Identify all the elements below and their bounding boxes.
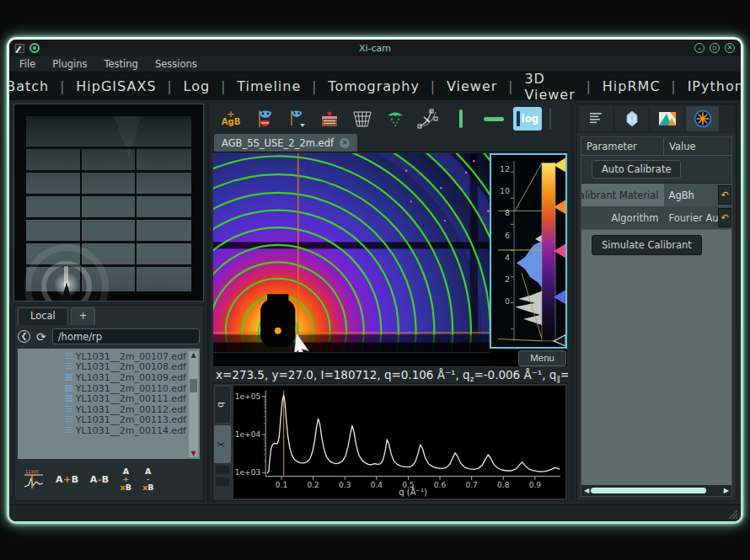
tab-image-settings[interactable] (651, 106, 683, 131)
resize-grip-icon[interactable] (726, 508, 738, 520)
mask-dropdown-button[interactable] (283, 106, 310, 131)
minimize-button[interactable]: ⌄ (694, 43, 704, 53)
file-list-scrollbar[interactable]: ▲ ▼ (189, 351, 198, 457)
horizontal-bar-icon (482, 114, 506, 124)
vector-overlay-button[interactable] (382, 106, 409, 131)
op-subtract-button[interactable]: A-B (90, 474, 110, 485)
list-item[interactable]: YL1031__2m_00108.edf (19, 362, 186, 373)
intensity-profile-plot[interactable]: 0.10.20.30.40.50.60.70.80.91e+031e+041e+… (233, 386, 565, 499)
table-row[interactable]: Calibrant Material AgBh ↶ (581, 184, 731, 206)
menu-sessions[interactable]: Sessions (155, 58, 197, 70)
tab-hipgisaxs[interactable]: HipGISAXS (76, 78, 156, 94)
mask-button[interactable] (250, 106, 277, 131)
tab-crystal[interactable] (615, 106, 648, 131)
back-icon[interactable]: ❮ (18, 330, 30, 343)
op-add-divide-button[interactable]: A + xB (121, 467, 131, 492)
histogram-colorbar[interactable]: 12 10 8 6 4 2 0 (490, 153, 567, 349)
scrollbar-thumb[interactable] (190, 379, 197, 392)
list-item[interactable]: YL1031__2m_00114.edf (19, 425, 186, 436)
reset-default-icon[interactable]: ↶ (718, 185, 731, 205)
cake-integration-button[interactable] (316, 106, 343, 131)
tab-separator: | (431, 79, 436, 94)
close-button[interactable]: ✕ (725, 43, 735, 53)
close-tab-icon[interactable]: ✕ (340, 138, 350, 148)
scroll-right-icon[interactable]: ▶ (724, 488, 729, 494)
tab-viewer[interactable]: Viewer (447, 78, 497, 94)
parameter-column-header: Parameter (581, 137, 664, 155)
colorbar-tick: 6 (491, 231, 510, 240)
list-item[interactable]: YL1031__2m_00112.edf (19, 404, 186, 415)
tab-stub[interactable] (216, 477, 229, 486)
tab-batch[interactable]: Batch (9, 78, 49, 94)
scroll-up-icon[interactable]: ▲ (190, 351, 196, 359)
list-item[interactable]: YL1031__2m_00107.edf (19, 351, 186, 362)
maximize-button[interactable]: ▫ (710, 43, 720, 53)
add-browser-tab-button[interactable]: + (71, 307, 96, 325)
list-item[interactable]: YL1031__2m_00109.edf (19, 372, 186, 383)
op-add-button[interactable]: A+B (56, 474, 79, 485)
calibrate-agb-button[interactable]: ✛ AgB (217, 106, 244, 131)
tab-log[interactable]: Log (184, 78, 211, 94)
arc-roi-button[interactable] (415, 106, 442, 131)
beamstop (260, 294, 295, 347)
colorbar-axis-labels: 12 10 8 6 4 2 0 (491, 155, 565, 347)
tab-tomography[interactable]: Tomography (328, 78, 420, 94)
list-item[interactable]: YL1031__2m_00110.edf (19, 383, 186, 394)
arc-roi-icon (417, 109, 439, 129)
table-row[interactable]: Algorithm Fourier Autoc ↶ (581, 206, 731, 229)
detector-preview-image (14, 104, 203, 301)
target-icon (29, 43, 40, 53)
timeline-plot-icon[interactable]: 12345 (23, 468, 45, 490)
list-item[interactable]: YL1031__2m_00111.edf (19, 393, 186, 404)
file-list[interactable]: YL1031__2m_00107.edf YL1031__2m_00108.ed… (18, 349, 200, 459)
file-icon (65, 406, 72, 413)
path-input[interactable] (52, 328, 200, 344)
parameter-table-hscrollbar[interactable]: ◀ ▶ (581, 485, 731, 496)
vertical-line-roi-button[interactable] (447, 106, 474, 131)
detector-preview[interactable] (13, 104, 204, 301)
refresh-icon[interactable]: ⟳ (36, 331, 46, 343)
image-bottom-strip (213, 352, 490, 366)
integration-plot-panel: q χ 0.10.20.30.40.50.60.70.80.91e+031e+0… (212, 383, 568, 501)
scroll-down-icon[interactable]: ▼ (190, 450, 196, 457)
simulate-calibrant-button[interactable]: Simulate Calibrant (592, 235, 702, 255)
right-panel-tabs (577, 104, 736, 133)
menu-file[interactable]: File (19, 58, 35, 70)
tab-local[interactable]: Local (18, 307, 68, 325)
scrollbar-thumb[interactable] (591, 488, 706, 493)
tab-chi-integration[interactable]: χ (214, 425, 231, 463)
op-subtract-divide-button[interactable]: A - xB (142, 467, 153, 492)
coordinate-status: x=273.5, y=27.0, I=180712, q=0.106 Å⁻¹, … (212, 367, 568, 383)
mask-icon (254, 109, 274, 129)
panel-splitter[interactable] (206, 104, 210, 501)
remesh-basket-button[interactable] (349, 106, 376, 131)
menu-plugins[interactable]: Plugins (52, 58, 87, 70)
tab-calibration[interactable] (686, 106, 719, 131)
titlebar[interactable]: Xi-cam ⌄ ▫ ✕ (9, 40, 741, 56)
auto-calibrate-button[interactable]: Auto Calibrate (592, 160, 681, 179)
detector-image-view[interactable]: 12 10 8 6 4 2 0 Menu (212, 152, 568, 367)
tab-stub[interactable] (216, 466, 229, 474)
menu-testing[interactable]: Testing (104, 58, 137, 70)
viewer-toolbar: ✛ AgB (212, 104, 568, 134)
document-tab[interactable]: AGB_5S_USE_2_2m.edf ✕ (214, 134, 357, 152)
tab-hiprmc[interactable]: HipRMC (603, 78, 661, 94)
scattering-image[interactable] (213, 153, 490, 352)
scroll-left-icon[interactable]: ◀ (584, 488, 589, 494)
app-icon (15, 44, 24, 53)
log-scale-toggle[interactable]: log (513, 107, 542, 131)
list-item[interactable]: YL1031__2m_00113.edf (19, 415, 186, 426)
tab-q-integration[interactable]: q (214, 386, 231, 424)
tab-metadata[interactable] (580, 106, 613, 131)
view-menu-button[interactable]: Menu (518, 350, 566, 366)
main-content: Local + ❮ ⟳ YL1031__2m_00107.edf YL1031_… (9, 100, 741, 504)
tab-timeline[interactable]: Timeline (237, 78, 301, 94)
tab-ipython[interactable]: IPython (688, 78, 741, 94)
horizontal-line-roi-button[interactable] (480, 106, 507, 131)
scrollbar-track[interactable] (591, 487, 722, 494)
tab-separator: | (60, 79, 65, 94)
reset-default-icon[interactable]: ↶ (718, 208, 731, 227)
colorbar-tick: 12 (491, 164, 510, 173)
tab-3d-viewer[interactable]: 3D Viewer (524, 71, 575, 103)
panel-splitter[interactable] (571, 104, 574, 501)
